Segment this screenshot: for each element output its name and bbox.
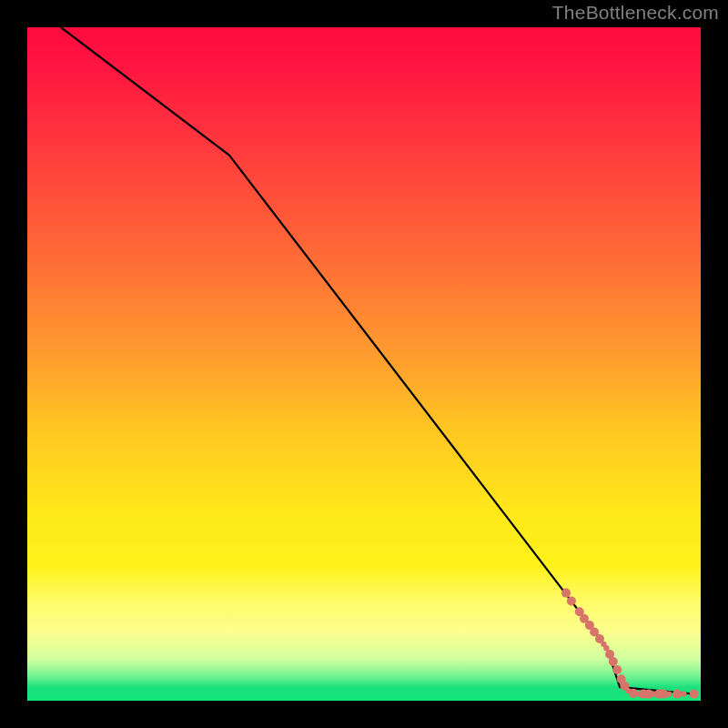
scatter-points: [561, 589, 699, 699]
scatter-point: [561, 589, 571, 598]
plot-area: [27, 27, 701, 701]
scatter-point: [666, 691, 672, 696]
scatter-point: [690, 690, 699, 699]
scatter-point: [612, 665, 622, 674]
chart-stage: TheBottleneck.com: [0, 0, 728, 728]
scatter-point: [567, 596, 576, 605]
scatter-point: [681, 691, 686, 696]
watermark-text: TheBottleneck.com: [552, 2, 719, 24]
curve-line: [61, 27, 694, 694]
scatter-point: [672, 690, 682, 699]
chart-svg: [27, 27, 701, 701]
scatter-point: [609, 657, 618, 666]
